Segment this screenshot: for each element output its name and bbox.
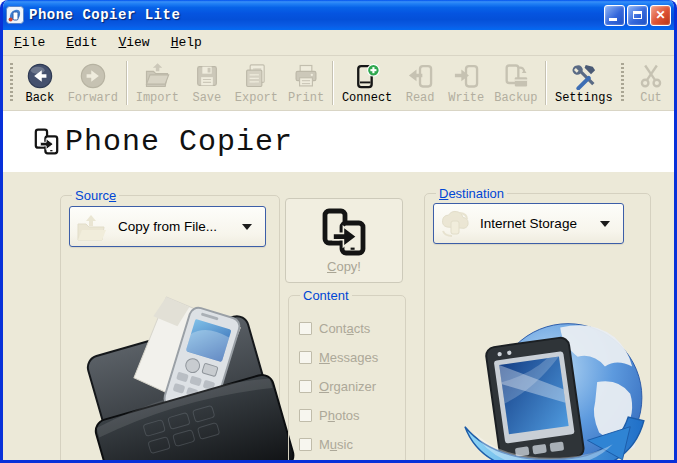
toolbar-separator xyxy=(545,61,547,105)
source-dropdown-value: Copy from File... xyxy=(118,219,217,234)
settings-icon xyxy=(570,62,598,90)
folder-watermark-icon xyxy=(75,212,107,242)
menu-file[interactable]: File xyxy=(14,35,45,50)
content-group: Content Contacts Messages Organizer Phot… xyxy=(288,295,406,460)
print-icon xyxy=(292,62,320,90)
write-icon xyxy=(452,62,480,90)
app-window: Phone Copier Lite ✕ File Edit View Help … xyxy=(0,0,677,463)
save-button[interactable]: Save xyxy=(184,59,230,108)
checkbox-contacts[interactable]: Contacts xyxy=(299,321,399,335)
checkbox-box[interactable] xyxy=(299,409,312,422)
maximize-icon xyxy=(633,11,642,19)
cut-button[interactable]: Cut xyxy=(628,59,674,108)
forward-icon xyxy=(79,62,107,90)
toolbar: Back Forward Import xyxy=(3,55,674,111)
toolbar-separator xyxy=(126,61,128,105)
cloud-watermark-icon xyxy=(439,209,471,239)
copy-button-label: Copy! xyxy=(327,259,361,274)
chevron-down-icon xyxy=(600,221,610,227)
minimize-button[interactable] xyxy=(604,5,625,26)
checkbox-photos[interactable]: Photos xyxy=(299,408,399,422)
backup-icon xyxy=(502,62,530,90)
backup-button[interactable]: Backup xyxy=(489,59,542,108)
phone-copier-icon xyxy=(33,128,60,155)
window-title: Phone Copier Lite xyxy=(29,7,180,23)
menu-bar: File Edit View Help xyxy=(3,30,674,55)
page-title: Phone Copier xyxy=(65,125,293,159)
menu-help[interactable]: Help xyxy=(171,35,202,50)
copy-button[interactable]: Copy! xyxy=(285,198,403,283)
source-group-label: Source xyxy=(72,188,119,203)
connect-button[interactable]: Connect xyxy=(337,59,397,108)
checkbox-box[interactable] xyxy=(299,322,312,335)
title-bar[interactable]: Phone Copier Lite ✕ xyxy=(0,0,677,30)
destination-dropdown-value: Internet Storage xyxy=(480,216,577,231)
internet-storage-image xyxy=(443,312,658,460)
connect-icon xyxy=(353,62,381,90)
export-icon xyxy=(242,62,270,90)
checkbox-organizer[interactable]: Organizer xyxy=(299,379,399,393)
checkbox-box[interactable] xyxy=(299,351,312,364)
main-area: Source Copy from File... xyxy=(3,172,674,460)
destination-group-label: Destination xyxy=(436,186,507,201)
cut-icon xyxy=(637,62,665,90)
chevron-down-icon xyxy=(242,224,252,230)
import-icon xyxy=(143,62,171,90)
phone-folder-image xyxy=(81,286,279,460)
write-button[interactable]: Write xyxy=(443,59,489,108)
print-button[interactable]: Print xyxy=(283,59,329,108)
close-button[interactable]: ✕ xyxy=(650,5,671,26)
back-icon xyxy=(26,62,54,90)
content-group-label: Content xyxy=(300,288,352,303)
read-button[interactable]: Read xyxy=(397,59,443,108)
copy-phones-icon xyxy=(320,208,368,256)
save-icon xyxy=(193,62,221,90)
toolbar-gripper[interactable] xyxy=(10,63,13,103)
app-header: Phone Copier xyxy=(3,111,674,172)
destination-group: Destination Internet Storage xyxy=(424,193,651,460)
back-button[interactable]: Back xyxy=(17,59,63,108)
forward-button[interactable]: Forward xyxy=(63,59,123,108)
source-dropdown[interactable]: Copy from File... xyxy=(69,206,266,247)
source-group: Source Copy from File... xyxy=(60,195,280,460)
import-button[interactable]: Import xyxy=(131,59,184,108)
toolbar-gripper[interactable] xyxy=(621,63,624,103)
checkbox-messages[interactable]: Messages xyxy=(299,350,399,364)
maximize-button[interactable] xyxy=(627,5,648,26)
menu-view[interactable]: View xyxy=(118,35,149,50)
checkbox-box[interactable] xyxy=(299,438,312,451)
checkbox-box[interactable] xyxy=(299,380,312,393)
read-icon xyxy=(406,62,434,90)
app-icon xyxy=(6,6,24,24)
menu-edit[interactable]: Edit xyxy=(66,35,97,50)
destination-dropdown[interactable]: Internet Storage xyxy=(433,203,624,244)
minimize-icon xyxy=(609,18,617,21)
toolbar-separator xyxy=(332,61,334,105)
checkbox-music[interactable]: Music xyxy=(299,437,399,451)
settings-button[interactable]: Settings xyxy=(550,59,617,108)
export-button[interactable]: Export xyxy=(230,59,283,108)
